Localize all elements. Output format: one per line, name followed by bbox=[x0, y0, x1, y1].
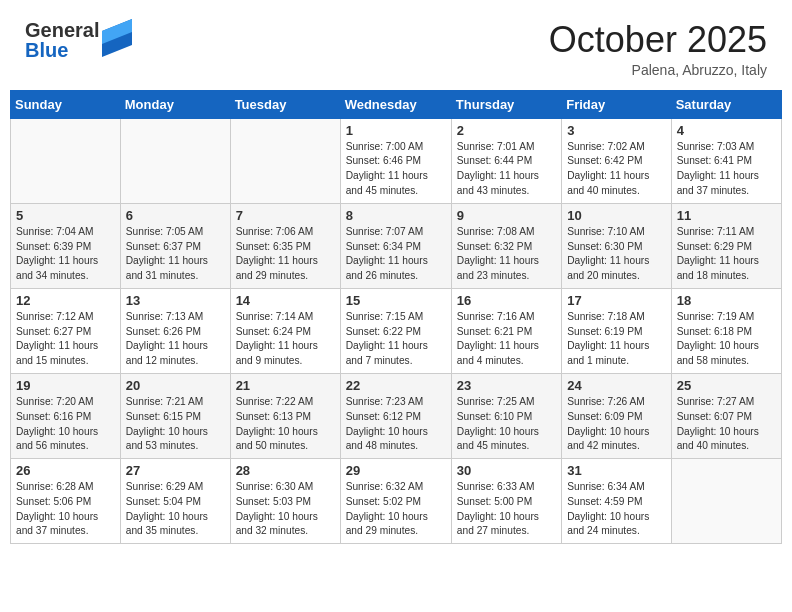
day-info: Sunrise: 7:11 AM Sunset: 6:29 PM Dayligh… bbox=[677, 225, 776, 284]
calendar-cell: 8Sunrise: 7:07 AM Sunset: 6:34 PM Daylig… bbox=[340, 203, 451, 288]
day-info: Sunrise: 6:28 AM Sunset: 5:06 PM Dayligh… bbox=[16, 480, 115, 539]
day-info: Sunrise: 7:08 AM Sunset: 6:32 PM Dayligh… bbox=[457, 225, 556, 284]
day-number: 27 bbox=[126, 463, 225, 478]
day-info: Sunrise: 7:22 AM Sunset: 6:13 PM Dayligh… bbox=[236, 395, 335, 454]
calendar-cell: 9Sunrise: 7:08 AM Sunset: 6:32 PM Daylig… bbox=[451, 203, 561, 288]
calendar-title: October 2025 bbox=[549, 20, 767, 60]
calendar-cell bbox=[230, 118, 340, 203]
calendar-cell: 30Sunrise: 6:33 AM Sunset: 5:00 PM Dayli… bbox=[451, 459, 561, 544]
calendar-cell bbox=[11, 118, 121, 203]
day-info: Sunrise: 7:23 AM Sunset: 6:12 PM Dayligh… bbox=[346, 395, 446, 454]
calendar-cell: 12Sunrise: 7:12 AM Sunset: 6:27 PM Dayli… bbox=[11, 288, 121, 373]
day-info: Sunrise: 7:25 AM Sunset: 6:10 PM Dayligh… bbox=[457, 395, 556, 454]
day-info: Sunrise: 7:26 AM Sunset: 6:09 PM Dayligh… bbox=[567, 395, 665, 454]
day-info: Sunrise: 7:16 AM Sunset: 6:21 PM Dayligh… bbox=[457, 310, 556, 369]
day-info: Sunrise: 6:29 AM Sunset: 5:04 PM Dayligh… bbox=[126, 480, 225, 539]
day-info: Sunrise: 7:07 AM Sunset: 6:34 PM Dayligh… bbox=[346, 225, 446, 284]
day-number: 17 bbox=[567, 293, 665, 308]
calendar-week-row: 12Sunrise: 7:12 AM Sunset: 6:27 PM Dayli… bbox=[11, 288, 782, 373]
logo: General Blue bbox=[25, 20, 132, 60]
calendar-table: SundayMondayTuesdayWednesdayThursdayFrid… bbox=[10, 90, 782, 545]
calendar-cell: 27Sunrise: 6:29 AM Sunset: 5:04 PM Dayli… bbox=[120, 459, 230, 544]
day-info: Sunrise: 7:10 AM Sunset: 6:30 PM Dayligh… bbox=[567, 225, 665, 284]
day-info: Sunrise: 7:04 AM Sunset: 6:39 PM Dayligh… bbox=[16, 225, 115, 284]
day-number: 2 bbox=[457, 123, 556, 138]
title-block: October 2025 Palena, Abruzzo, Italy bbox=[549, 20, 767, 78]
day-number: 15 bbox=[346, 293, 446, 308]
day-info: Sunrise: 7:19 AM Sunset: 6:18 PM Dayligh… bbox=[677, 310, 776, 369]
day-number: 10 bbox=[567, 208, 665, 223]
weekday-header: Saturday bbox=[671, 90, 781, 118]
day-number: 23 bbox=[457, 378, 556, 393]
day-number: 30 bbox=[457, 463, 556, 478]
weekday-header: Thursday bbox=[451, 90, 561, 118]
day-info: Sunrise: 7:27 AM Sunset: 6:07 PM Dayligh… bbox=[677, 395, 776, 454]
calendar-cell: 11Sunrise: 7:11 AM Sunset: 6:29 PM Dayli… bbox=[671, 203, 781, 288]
calendar-cell: 16Sunrise: 7:16 AM Sunset: 6:21 PM Dayli… bbox=[451, 288, 561, 373]
calendar-cell: 24Sunrise: 7:26 AM Sunset: 6:09 PM Dayli… bbox=[562, 373, 671, 458]
calendar-subtitle: Palena, Abruzzo, Italy bbox=[549, 62, 767, 78]
calendar-cell: 4Sunrise: 7:03 AM Sunset: 6:41 PM Daylig… bbox=[671, 118, 781, 203]
day-number: 16 bbox=[457, 293, 556, 308]
day-info: Sunrise: 7:14 AM Sunset: 6:24 PM Dayligh… bbox=[236, 310, 335, 369]
day-info: Sunrise: 7:03 AM Sunset: 6:41 PM Dayligh… bbox=[677, 140, 776, 199]
calendar-cell: 31Sunrise: 6:34 AM Sunset: 4:59 PM Dayli… bbox=[562, 459, 671, 544]
calendar-cell: 19Sunrise: 7:20 AM Sunset: 6:16 PM Dayli… bbox=[11, 373, 121, 458]
calendar-cell: 13Sunrise: 7:13 AM Sunset: 6:26 PM Dayli… bbox=[120, 288, 230, 373]
calendar-cell: 26Sunrise: 6:28 AM Sunset: 5:06 PM Dayli… bbox=[11, 459, 121, 544]
calendar-week-row: 19Sunrise: 7:20 AM Sunset: 6:16 PM Dayli… bbox=[11, 373, 782, 458]
day-info: Sunrise: 6:32 AM Sunset: 5:02 PM Dayligh… bbox=[346, 480, 446, 539]
day-number: 9 bbox=[457, 208, 556, 223]
calendar-cell: 21Sunrise: 7:22 AM Sunset: 6:13 PM Dayli… bbox=[230, 373, 340, 458]
weekday-header: Tuesday bbox=[230, 90, 340, 118]
day-info: Sunrise: 7:01 AM Sunset: 6:44 PM Dayligh… bbox=[457, 140, 556, 199]
weekday-header: Monday bbox=[120, 90, 230, 118]
calendar-cell: 25Sunrise: 7:27 AM Sunset: 6:07 PM Dayli… bbox=[671, 373, 781, 458]
day-number: 29 bbox=[346, 463, 446, 478]
day-number: 6 bbox=[126, 208, 225, 223]
calendar-cell: 18Sunrise: 7:19 AM Sunset: 6:18 PM Dayli… bbox=[671, 288, 781, 373]
weekday-header: Wednesday bbox=[340, 90, 451, 118]
day-number: 20 bbox=[126, 378, 225, 393]
calendar-cell: 22Sunrise: 7:23 AM Sunset: 6:12 PM Dayli… bbox=[340, 373, 451, 458]
day-info: Sunrise: 7:06 AM Sunset: 6:35 PM Dayligh… bbox=[236, 225, 335, 284]
calendar-cell: 2Sunrise: 7:01 AM Sunset: 6:44 PM Daylig… bbox=[451, 118, 561, 203]
day-info: Sunrise: 7:12 AM Sunset: 6:27 PM Dayligh… bbox=[16, 310, 115, 369]
day-number: 22 bbox=[346, 378, 446, 393]
day-info: Sunrise: 6:30 AM Sunset: 5:03 PM Dayligh… bbox=[236, 480, 335, 539]
calendar-cell: 14Sunrise: 7:14 AM Sunset: 6:24 PM Dayli… bbox=[230, 288, 340, 373]
day-number: 3 bbox=[567, 123, 665, 138]
calendar-cell: 7Sunrise: 7:06 AM Sunset: 6:35 PM Daylig… bbox=[230, 203, 340, 288]
calendar-cell: 29Sunrise: 6:32 AM Sunset: 5:02 PM Dayli… bbox=[340, 459, 451, 544]
day-info: Sunrise: 7:05 AM Sunset: 6:37 PM Dayligh… bbox=[126, 225, 225, 284]
calendar-cell: 17Sunrise: 7:18 AM Sunset: 6:19 PM Dayli… bbox=[562, 288, 671, 373]
day-number: 24 bbox=[567, 378, 665, 393]
day-number: 26 bbox=[16, 463, 115, 478]
calendar-week-row: 5Sunrise: 7:04 AM Sunset: 6:39 PM Daylig… bbox=[11, 203, 782, 288]
day-info: Sunrise: 7:18 AM Sunset: 6:19 PM Dayligh… bbox=[567, 310, 665, 369]
logo-blue: Blue bbox=[25, 40, 99, 60]
page-header: General Blue October 2025 Palena, Abruzz… bbox=[10, 10, 782, 86]
calendar-cell: 15Sunrise: 7:15 AM Sunset: 6:22 PM Dayli… bbox=[340, 288, 451, 373]
day-number: 31 bbox=[567, 463, 665, 478]
day-number: 13 bbox=[126, 293, 225, 308]
day-number: 19 bbox=[16, 378, 115, 393]
calendar-cell: 28Sunrise: 6:30 AM Sunset: 5:03 PM Dayli… bbox=[230, 459, 340, 544]
day-number: 25 bbox=[677, 378, 776, 393]
day-info: Sunrise: 6:33 AM Sunset: 5:00 PM Dayligh… bbox=[457, 480, 556, 539]
weekday-header-row: SundayMondayTuesdayWednesdayThursdayFrid… bbox=[11, 90, 782, 118]
day-number: 5 bbox=[16, 208, 115, 223]
day-number: 14 bbox=[236, 293, 335, 308]
weekday-header: Friday bbox=[562, 90, 671, 118]
calendar-week-row: 1Sunrise: 7:00 AM Sunset: 6:46 PM Daylig… bbox=[11, 118, 782, 203]
day-info: Sunrise: 7:13 AM Sunset: 6:26 PM Dayligh… bbox=[126, 310, 225, 369]
day-info: Sunrise: 7:21 AM Sunset: 6:15 PM Dayligh… bbox=[126, 395, 225, 454]
calendar-cell: 20Sunrise: 7:21 AM Sunset: 6:15 PM Dayli… bbox=[120, 373, 230, 458]
calendar-cell: 6Sunrise: 7:05 AM Sunset: 6:37 PM Daylig… bbox=[120, 203, 230, 288]
day-number: 1 bbox=[346, 123, 446, 138]
weekday-header: Sunday bbox=[11, 90, 121, 118]
calendar-cell bbox=[120, 118, 230, 203]
logo-general: General bbox=[25, 20, 99, 40]
calendar-cell bbox=[671, 459, 781, 544]
day-number: 12 bbox=[16, 293, 115, 308]
